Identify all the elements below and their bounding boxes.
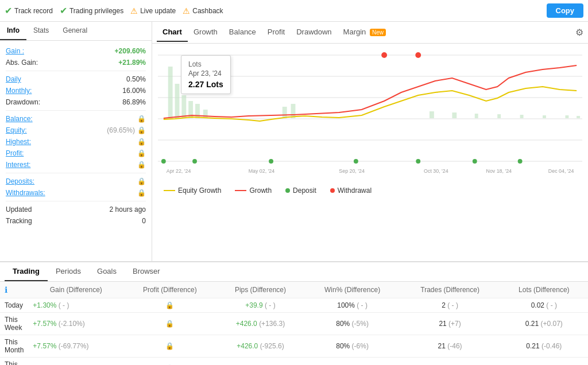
withdrawals-label[interactable]: Withdrawals: [6, 189, 45, 197]
trades-cell: 21 (+7) [400, 313, 500, 335]
check-icon-trading: ✔ [60, 5, 67, 16]
svg-text:May 02, '24: May 02, '24 [249, 168, 275, 174]
svg-rect-20 [452, 112, 457, 118]
legend-equity-line [164, 190, 175, 191]
track-record-label: Track record [14, 7, 53, 15]
equity-label[interactable]: Equity: [6, 126, 27, 134]
tab-balance[interactable]: Balance [223, 23, 262, 42]
svg-rect-24 [543, 115, 546, 118]
lots-diff: ( - ) [546, 301, 557, 309]
tab-browser[interactable]: Browser [125, 262, 168, 281]
period-cell: This Month [0, 335, 28, 358]
cashback-label: Cashback [192, 7, 223, 15]
win-cell: 100% ( - ) [305, 298, 400, 313]
pips-diff: (-925.6) [260, 342, 284, 350]
legend-equity-growth: Equity Growth [164, 187, 221, 195]
tab-trading[interactable]: Trading [5, 262, 48, 281]
profit-lock-icon: 🔒 [165, 301, 174, 309]
gain-diff: (-69.77%) [59, 342, 89, 350]
legend-deposit-label: Deposit [293, 187, 316, 195]
tab-info[interactable]: Info [0, 22, 26, 40]
legend-equity-label: Equity Growth [178, 187, 221, 195]
tooltip-value: 2.27 Lots [188, 80, 223, 89]
live-update-item[interactable]: ⚠ Live update [130, 6, 176, 15]
updated-label: Updated [6, 205, 32, 213]
svg-text:Sep 20, '24: Sep 20, '24 [339, 168, 365, 174]
lots-cell: 0.21 (-0.46) [500, 335, 588, 358]
profit-lock-icon: 🔒 [137, 149, 146, 157]
main-layout: Info Stats General Gain : +209.60% Abs. … [0, 22, 588, 262]
live-update-label: Live update [140, 7, 176, 15]
tab-drawdown[interactable]: Drawdown [291, 23, 337, 42]
track-record-item[interactable]: ✔ Track record [5, 5, 53, 16]
svg-text:Dec 04, '24: Dec 04, '24 [548, 168, 574, 174]
svg-point-32 [473, 159, 477, 164]
interest-label[interactable]: Interest: [6, 161, 30, 169]
trades-diff: (-46) [447, 342, 462, 350]
svg-rect-22 [497, 114, 501, 118]
tab-chart[interactable]: Chart [157, 23, 188, 42]
period-cell: Today [0, 298, 28, 313]
monthly-value: 16.00% [122, 87, 146, 95]
abs-gain-label: Abs. Gain: [6, 59, 38, 67]
svg-point-27 [161, 159, 166, 164]
deposits-label[interactable]: Deposits: [6, 177, 34, 185]
tab-margin[interactable]: Margin New [338, 23, 392, 42]
legend-deposit-dot [285, 188, 290, 193]
col-header-trades: Trades (Difference) [400, 282, 500, 298]
right-panel: Chart Growth Balance Profit Drawdown Mar… [152, 22, 588, 261]
tab-growth[interactable]: Growth [188, 23, 223, 42]
drawdown-row: Drawdown: 86.89% [6, 96, 146, 108]
daily-label[interactable]: Daily [6, 75, 21, 83]
updated-row: Updated 2 hours ago [6, 204, 146, 215]
warn-icon-cashback: ⚠ [183, 6, 190, 15]
left-tabs: Info Stats General [0, 22, 152, 41]
gain-diff: ( - ) [59, 301, 69, 309]
gain-row: Gain : +209.60% [6, 45, 146, 57]
col-header-gain: Gain (Difference) [28, 282, 123, 298]
svg-text:Oct 30, '24: Oct 30, '24 [424, 168, 448, 174]
svg-point-33 [518, 159, 523, 164]
drawdown-label: Drawdown: [6, 98, 40, 106]
balance-label[interactable]: Balance: [6, 115, 33, 123]
equity-value: (69.65%) [107, 126, 135, 134]
monthly-label[interactable]: Monthly: [6, 87, 32, 95]
lots-cell: 5.44 ( - ) [500, 358, 588, 366]
gain-label[interactable]: Gain : [6, 47, 24, 55]
svg-text:Nov 18, '24: Nov 18, '24 [486, 168, 512, 174]
trades-diff: ( - ) [447, 301, 458, 309]
col-header-pips: Pips (Difference) [216, 282, 304, 298]
gain-value: +209.60% [115, 47, 146, 55]
svg-point-28 [192, 159, 197, 164]
tab-stats[interactable]: Stats [26, 22, 56, 40]
cashback-item[interactable]: ⚠ Cashback [183, 6, 223, 15]
table-row: Today +1.30% ( - ) 🔒 +39.9 ( - ) 100% ( … [0, 298, 588, 313]
highest-label[interactable]: Highest: [6, 138, 31, 146]
pips-diff: ( - ) [265, 301, 276, 309]
chart-legend: Equity Growth Growth Deposit Withdrawal [158, 183, 582, 198]
profit-row: Profit: 🔒 [6, 147, 146, 159]
tab-general[interactable]: General [56, 22, 94, 40]
trading-privileges-item[interactable]: ✔ Trading privileges [60, 5, 123, 16]
legend-growth: Growth [235, 187, 272, 195]
bottom-section: Trading Periods Goals Browser ℹ Gain (Di… [0, 262, 588, 365]
tab-periods[interactable]: Periods [48, 262, 89, 281]
daily-value: 0.50% [126, 75, 146, 83]
table-row: This Month +7.57% (-69.77%) 🔒 +426.0 (-9… [0, 335, 588, 358]
copy-button[interactable]: Copy [547, 3, 584, 18]
win-diff: ( - ) [357, 301, 368, 309]
svg-rect-12 [175, 84, 180, 118]
daily-row: Daily 0.50% [6, 73, 146, 85]
gain-value: +7.57% [33, 320, 56, 328]
interest-row: Interest: 🔒 [6, 159, 146, 170]
svg-rect-25 [565, 115, 568, 118]
period-cell: This Year [0, 358, 28, 366]
interest-lock-icon: 🔒 [137, 161, 146, 169]
profit-label[interactable]: Profit: [6, 149, 24, 157]
svg-point-34 [381, 52, 387, 58]
tooltip-date: Apr 23, '24 [188, 69, 223, 77]
tab-profit[interactable]: Profit [262, 23, 291, 42]
drawdown-value: 86.89% [122, 98, 146, 106]
tab-goals[interactable]: Goals [89, 262, 125, 281]
chart-settings-icon[interactable]: ⚙ [575, 27, 583, 38]
